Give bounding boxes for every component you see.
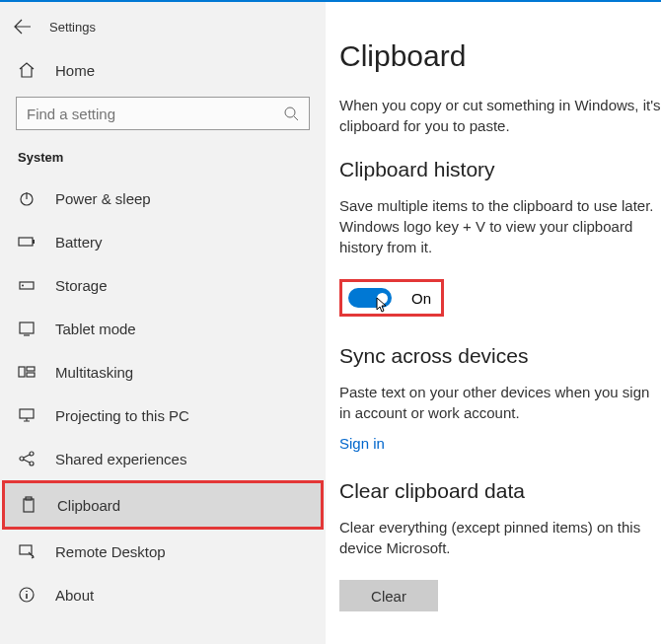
nav-label: Tablet mode <box>55 321 136 337</box>
section-header: System <box>0 150 326 177</box>
nav-label: Multitasking <box>55 364 133 381</box>
search-icon <box>283 106 299 121</box>
nav-label: Remote Desktop <box>55 543 166 560</box>
share-icon <box>18 450 36 467</box>
info-icon <box>18 586 36 604</box>
svg-point-5 <box>22 285 24 287</box>
home-nav[interactable]: Home <box>0 53 326 97</box>
history-toggle-highlight: On <box>339 279 444 317</box>
nav-label: Projecting to this PC <box>55 407 189 424</box>
nav-item-shared-experiences[interactable]: Shared experiences <box>0 437 326 480</box>
nav-label: Clipboard <box>57 497 120 514</box>
svg-point-0 <box>285 107 295 117</box>
intro-text: When you copy or cut something in Window… <box>339 95 661 136</box>
search-input[interactable] <box>27 106 283 122</box>
svg-rect-7 <box>19 367 25 377</box>
svg-point-12 <box>30 452 34 456</box>
cursor-icon <box>376 297 390 315</box>
sidebar: Settings Home System Power & sleep Batte… <box>0 2 326 644</box>
battery-icon <box>18 233 36 250</box>
history-body: Save multiple items to the clipboard to … <box>339 195 661 257</box>
sync-body: Paste text on your other devices when yo… <box>339 382 661 423</box>
clear-body: Clear everything (except pinned items) o… <box>339 517 661 558</box>
svg-point-13 <box>30 462 34 465</box>
svg-rect-6 <box>20 322 34 333</box>
remote-desktop-icon <box>18 542 36 560</box>
home-label: Home <box>55 62 95 79</box>
titlebar: Settings <box>0 14 326 53</box>
toggle-state-label: On <box>411 290 431 307</box>
tablet-icon <box>18 320 36 337</box>
nav-label: Power & sleep <box>55 190 151 207</box>
nav-label: Storage <box>55 277 108 294</box>
svg-rect-3 <box>33 240 35 244</box>
nav-list: Power & sleep Battery Storage Tablet mod… <box>0 177 326 616</box>
storage-icon <box>18 276 36 294</box>
history-toggle[interactable] <box>348 288 392 308</box>
nav-label: Battery <box>55 234 103 250</box>
back-arrow-icon[interactable] <box>14 18 32 36</box>
multitasking-icon <box>18 363 36 381</box>
nav-item-clipboard[interactable]: Clipboard <box>2 480 324 530</box>
window-title: Settings <box>49 20 96 35</box>
search-box[interactable] <box>16 97 310 130</box>
home-icon <box>18 61 36 79</box>
svg-rect-10 <box>20 409 34 418</box>
svg-rect-14 <box>24 499 34 512</box>
clipboard-icon <box>20 496 37 514</box>
nav-item-storage[interactable]: Storage <box>0 263 326 307</box>
nav-label: Shared experiences <box>55 451 186 467</box>
nav-item-multitasking[interactable]: Multitasking <box>0 350 326 394</box>
sign-in-link[interactable]: Sign in <box>339 435 385 452</box>
nav-item-remote-desktop[interactable]: Remote Desktop <box>0 530 326 573</box>
svg-rect-2 <box>19 238 33 246</box>
power-icon <box>18 189 36 207</box>
page-title: Clipboard <box>339 39 661 73</box>
nav-item-tablet-mode[interactable]: Tablet mode <box>0 307 326 350</box>
clear-button[interactable]: Clear <box>339 580 438 611</box>
nav-label: About <box>55 587 94 604</box>
nav-item-battery[interactable]: Battery <box>0 220 326 263</box>
sync-heading: Sync across devices <box>339 344 661 368</box>
clear-heading: Clear clipboard data <box>339 479 661 503</box>
main-content: Clipboard When you copy or cut something… <box>326 2 661 644</box>
nav-item-power-sleep[interactable]: Power & sleep <box>0 177 326 220</box>
nav-item-projecting[interactable]: Projecting to this PC <box>0 394 326 437</box>
nav-item-about[interactable]: About <box>0 573 326 616</box>
svg-rect-8 <box>27 367 35 371</box>
history-heading: Clipboard history <box>339 158 661 181</box>
projecting-icon <box>18 406 36 424</box>
svg-rect-9 <box>27 373 35 377</box>
svg-point-11 <box>20 457 24 461</box>
